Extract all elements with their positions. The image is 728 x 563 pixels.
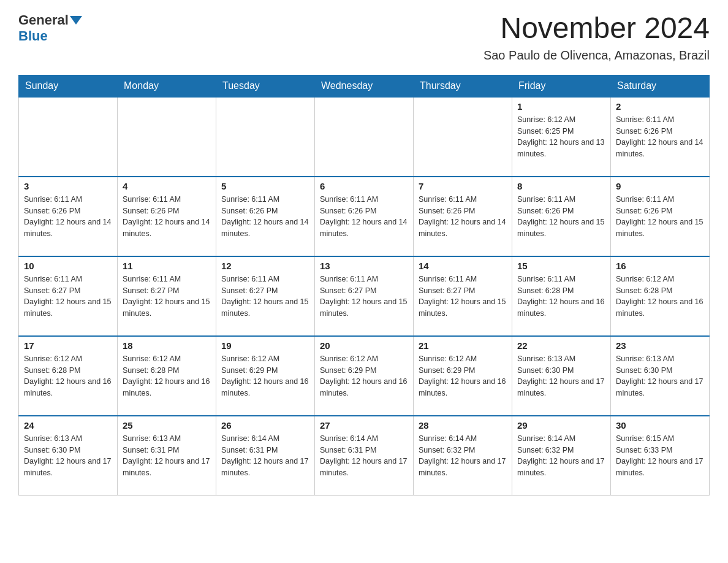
day-number: 6 bbox=[320, 181, 408, 191]
day-info: Sunrise: 6:12 AMSunset: 6:29 PMDaylight:… bbox=[320, 353, 408, 399]
day-info: Sunrise: 6:11 AMSunset: 6:27 PMDaylight:… bbox=[221, 274, 309, 320]
day-info: Sunrise: 6:11 AMSunset: 6:27 PMDaylight:… bbox=[123, 274, 211, 320]
day-number: 24 bbox=[24, 420, 112, 431]
day-info: Sunrise: 6:12 AMSunset: 6:25 PMDaylight:… bbox=[517, 114, 605, 160]
calendar-day-cell: 1Sunrise: 6:12 AMSunset: 6:25 PMDaylight… bbox=[512, 97, 611, 177]
page-header: General Blue November 2024 Sao Paulo de … bbox=[18, 12, 710, 63]
day-info: Sunrise: 6:13 AMSunset: 6:30 PMDaylight:… bbox=[24, 433, 112, 479]
calendar-day-cell: 4Sunrise: 6:11 AMSunset: 6:26 PMDaylight… bbox=[118, 177, 216, 256]
calendar-day-cell: 22Sunrise: 6:13 AMSunset: 6:30 PMDayligh… bbox=[512, 336, 611, 416]
day-number: 14 bbox=[419, 261, 507, 271]
calendar-day-cell: 23Sunrise: 6:13 AMSunset: 6:30 PMDayligh… bbox=[611, 336, 710, 416]
day-number: 5 bbox=[221, 181, 309, 191]
calendar-day-cell: 11Sunrise: 6:11 AMSunset: 6:27 PMDayligh… bbox=[118, 256, 216, 336]
day-number: 28 bbox=[419, 420, 507, 431]
day-number: 8 bbox=[517, 181, 605, 191]
day-info: Sunrise: 6:11 AMSunset: 6:26 PMDaylight:… bbox=[616, 194, 704, 240]
calendar-day-cell: 10Sunrise: 6:11 AMSunset: 6:27 PMDayligh… bbox=[19, 256, 118, 336]
title-section: November 2024 Sao Paulo de Olivenca, Ama… bbox=[483, 12, 710, 63]
calendar-day-cell bbox=[118, 97, 216, 177]
day-info: Sunrise: 6:15 AMSunset: 6:33 PMDaylight:… bbox=[616, 433, 704, 479]
day-info: Sunrise: 6:11 AMSunset: 6:27 PMDaylight:… bbox=[24, 274, 112, 320]
calendar-day-cell: 26Sunrise: 6:14 AMSunset: 6:31 PMDayligh… bbox=[216, 416, 315, 496]
calendar-header-sunday: Sunday bbox=[19, 75, 118, 97]
day-info: Sunrise: 6:11 AMSunset: 6:26 PMDaylight:… bbox=[24, 194, 112, 240]
day-info: Sunrise: 6:12 AMSunset: 6:29 PMDaylight:… bbox=[419, 353, 507, 399]
calendar-day-cell: 21Sunrise: 6:12 AMSunset: 6:29 PMDayligh… bbox=[414, 336, 512, 416]
day-info: Sunrise: 6:11 AMSunset: 6:28 PMDaylight:… bbox=[517, 274, 605, 320]
calendar-header-tuesday: Tuesday bbox=[216, 75, 315, 97]
calendar-week-row: 10Sunrise: 6:11 AMSunset: 6:27 PMDayligh… bbox=[19, 256, 710, 336]
day-info: Sunrise: 6:14 AMSunset: 6:31 PMDaylight:… bbox=[320, 433, 408, 479]
day-info: Sunrise: 6:13 AMSunset: 6:30 PMDaylight:… bbox=[517, 353, 605, 399]
day-info: Sunrise: 6:11 AMSunset: 6:26 PMDaylight:… bbox=[123, 194, 211, 240]
day-number: 2 bbox=[616, 101, 704, 112]
calendar-day-cell: 18Sunrise: 6:12 AMSunset: 6:28 PMDayligh… bbox=[118, 336, 216, 416]
day-number: 12 bbox=[221, 261, 309, 271]
day-info: Sunrise: 6:14 AMSunset: 6:31 PMDaylight:… bbox=[221, 433, 309, 479]
day-number: 26 bbox=[221, 420, 309, 431]
calendar-header-saturday: Saturday bbox=[611, 75, 710, 97]
day-number: 27 bbox=[320, 420, 408, 431]
calendar-day-cell: 24Sunrise: 6:13 AMSunset: 6:30 PMDayligh… bbox=[19, 416, 118, 496]
calendar-day-cell: 6Sunrise: 6:11 AMSunset: 6:26 PMDaylight… bbox=[315, 177, 414, 256]
day-number: 16 bbox=[616, 261, 704, 271]
day-info: Sunrise: 6:14 AMSunset: 6:32 PMDaylight:… bbox=[517, 433, 605, 479]
day-info: Sunrise: 6:12 AMSunset: 6:28 PMDaylight:… bbox=[616, 274, 704, 320]
day-info: Sunrise: 6:13 AMSunset: 6:30 PMDaylight:… bbox=[616, 353, 704, 399]
calendar-day-cell: 16Sunrise: 6:12 AMSunset: 6:28 PMDayligh… bbox=[611, 256, 710, 336]
calendar-day-cell: 12Sunrise: 6:11 AMSunset: 6:27 PMDayligh… bbox=[216, 256, 315, 336]
calendar-day-cell: 17Sunrise: 6:12 AMSunset: 6:28 PMDayligh… bbox=[19, 336, 118, 416]
day-number: 17 bbox=[24, 340, 112, 351]
calendar-day-cell bbox=[315, 97, 414, 177]
calendar-day-cell: 14Sunrise: 6:11 AMSunset: 6:27 PMDayligh… bbox=[414, 256, 512, 336]
day-number: 22 bbox=[517, 340, 605, 351]
day-number: 10 bbox=[24, 261, 112, 271]
day-info: Sunrise: 6:13 AMSunset: 6:31 PMDaylight:… bbox=[123, 433, 211, 479]
day-info: Sunrise: 6:14 AMSunset: 6:32 PMDaylight:… bbox=[419, 433, 507, 479]
day-number: 19 bbox=[221, 340, 309, 351]
day-number: 11 bbox=[123, 261, 211, 271]
calendar-header-monday: Monday bbox=[118, 75, 216, 97]
calendar-day-cell: 25Sunrise: 6:13 AMSunset: 6:31 PMDayligh… bbox=[118, 416, 216, 496]
calendar-header-friday: Friday bbox=[512, 75, 611, 97]
day-number: 23 bbox=[616, 340, 704, 351]
day-info: Sunrise: 6:11 AMSunset: 6:27 PMDaylight:… bbox=[320, 274, 408, 320]
calendar-day-cell bbox=[414, 97, 512, 177]
day-number: 3 bbox=[24, 181, 112, 191]
day-number: 30 bbox=[616, 420, 704, 431]
day-number: 15 bbox=[517, 261, 605, 271]
day-number: 9 bbox=[616, 181, 704, 191]
day-info: Sunrise: 6:11 AMSunset: 6:26 PMDaylight:… bbox=[320, 194, 408, 240]
day-info: Sunrise: 6:12 AMSunset: 6:29 PMDaylight:… bbox=[221, 353, 309, 399]
calendar-day-cell: 5Sunrise: 6:11 AMSunset: 6:26 PMDaylight… bbox=[216, 177, 315, 256]
day-info: Sunrise: 6:11 AMSunset: 6:26 PMDaylight:… bbox=[517, 194, 605, 240]
calendar-day-cell bbox=[216, 97, 315, 177]
calendar-table: SundayMondayTuesdayWednesdayThursdayFrid… bbox=[18, 75, 710, 496]
logo-general-text: General bbox=[18, 12, 69, 28]
calendar-day-cell: 9Sunrise: 6:11 AMSunset: 6:26 PMDaylight… bbox=[611, 177, 710, 256]
calendar-day-cell: 27Sunrise: 6:14 AMSunset: 6:31 PMDayligh… bbox=[315, 416, 414, 496]
day-number: 29 bbox=[517, 420, 605, 431]
calendar-header-thursday: Thursday bbox=[414, 75, 512, 97]
logo-blue-text: Blue bbox=[18, 28, 48, 44]
day-info: Sunrise: 6:11 AMSunset: 6:26 PMDaylight:… bbox=[221, 194, 309, 240]
day-number: 20 bbox=[320, 340, 408, 351]
day-number: 7 bbox=[419, 181, 507, 191]
day-number: 21 bbox=[419, 340, 507, 351]
calendar-week-row: 17Sunrise: 6:12 AMSunset: 6:28 PMDayligh… bbox=[19, 336, 710, 416]
calendar-day-cell bbox=[19, 97, 118, 177]
calendar-week-row: 1Sunrise: 6:12 AMSunset: 6:25 PMDaylight… bbox=[19, 97, 710, 177]
calendar-day-cell: 19Sunrise: 6:12 AMSunset: 6:29 PMDayligh… bbox=[216, 336, 315, 416]
day-number: 25 bbox=[123, 420, 211, 431]
calendar-day-cell: 13Sunrise: 6:11 AMSunset: 6:27 PMDayligh… bbox=[315, 256, 414, 336]
logo: General Blue bbox=[18, 12, 82, 44]
day-number: 13 bbox=[320, 261, 408, 271]
calendar-day-cell: 29Sunrise: 6:14 AMSunset: 6:32 PMDayligh… bbox=[512, 416, 611, 496]
calendar-day-cell: 28Sunrise: 6:14 AMSunset: 6:32 PMDayligh… bbox=[414, 416, 512, 496]
calendar-day-cell: 15Sunrise: 6:11 AMSunset: 6:28 PMDayligh… bbox=[512, 256, 611, 336]
logo-triangle-icon bbox=[70, 16, 82, 25]
day-number: 1 bbox=[517, 101, 605, 112]
calendar-header-row: SundayMondayTuesdayWednesdayThursdayFrid… bbox=[19, 75, 710, 97]
calendar-day-cell: 2Sunrise: 6:11 AMSunset: 6:26 PMDaylight… bbox=[611, 97, 710, 177]
